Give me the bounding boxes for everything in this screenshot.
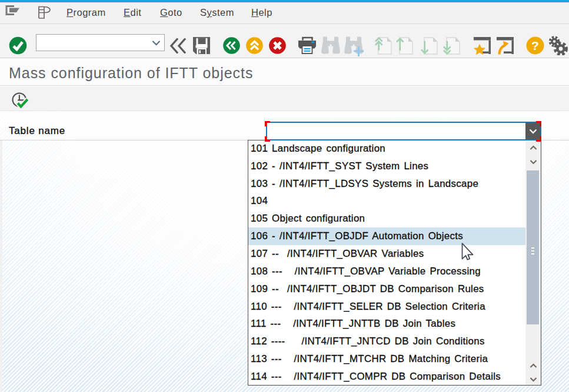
svg-text:?: ?: [531, 39, 539, 52]
